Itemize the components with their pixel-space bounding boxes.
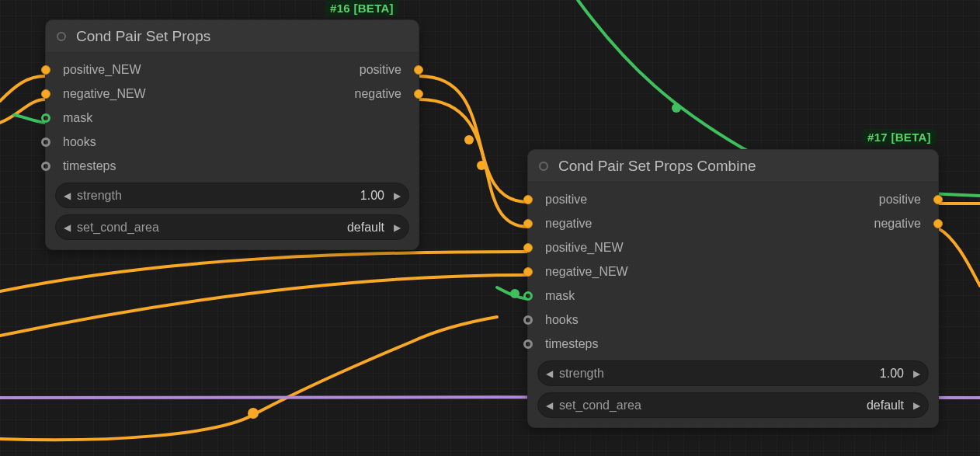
input-label: negative_NEW xyxy=(63,87,146,101)
decrement-arrow-icon[interactable]: ◀ xyxy=(544,368,554,379)
widget-set-cond-area[interactable]: ◀ set_cond_area default ▶ xyxy=(55,214,409,240)
widget-label: strength xyxy=(77,189,122,203)
output-label: positive xyxy=(360,63,401,77)
node-body: positive positive negative negative posi… xyxy=(528,183,938,427)
widget-value[interactable]: 1.00 xyxy=(360,189,384,203)
widget-value[interactable]: default xyxy=(347,221,384,235)
input-label: timesteps xyxy=(63,159,116,173)
input-port-hooks[interactable] xyxy=(523,315,533,325)
input-label: negative_NEW xyxy=(545,265,628,279)
input-port-hooks[interactable] xyxy=(41,137,50,147)
prev-arrow-icon[interactable]: ◀ xyxy=(544,400,554,411)
io-row-timesteps: timesteps xyxy=(46,154,419,178)
node-cond-pair-set-props-combine[interactable]: Cond Pair Set Props Combine positive pos… xyxy=(527,149,939,428)
input-label: positive_NEW xyxy=(545,241,623,255)
input-port-mask[interactable] xyxy=(41,113,50,123)
input-port-timesteps[interactable] xyxy=(523,339,533,349)
widget-set-cond-area[interactable]: ◀ set_cond_area default ▶ xyxy=(537,392,929,418)
next-arrow-icon[interactable]: ▶ xyxy=(912,400,922,411)
node-header[interactable]: Cond Pair Set Props xyxy=(46,20,419,53)
io-row-timesteps: timesteps xyxy=(528,332,938,356)
prev-arrow-icon[interactable]: ◀ xyxy=(62,222,72,233)
widget-label: set_cond_area xyxy=(559,399,641,412)
output-label: positive xyxy=(879,193,921,207)
input-label: hooks xyxy=(545,313,579,327)
widget-value[interactable]: 1.00 xyxy=(880,367,904,381)
output-port-negative[interactable] xyxy=(933,219,943,228)
input-label: positive xyxy=(545,193,587,207)
widget-strength[interactable]: ◀ strength 1.00 ▶ xyxy=(55,183,409,208)
input-port-timesteps[interactable] xyxy=(41,162,50,171)
input-port-negative-new[interactable] xyxy=(523,267,533,277)
output-port-positive[interactable] xyxy=(414,65,423,75)
node-title: Cond Pair Set Props Combine xyxy=(558,158,756,175)
input-label: negative xyxy=(545,217,593,231)
node-header[interactable]: Cond Pair Set Props Combine xyxy=(528,150,938,183)
output-port-negative[interactable] xyxy=(414,89,423,99)
widget-label: strength xyxy=(559,367,604,381)
node-cond-pair-set-props[interactable]: Cond Pair Set Props positive_NEW positiv… xyxy=(45,19,419,250)
input-label: positive_NEW xyxy=(63,63,141,77)
next-arrow-icon[interactable]: ▶ xyxy=(392,222,402,233)
io-row-hooks: hooks xyxy=(528,308,938,332)
input-label: mask xyxy=(63,111,92,125)
io-row-hooks: hooks xyxy=(46,130,419,154)
input-port-positive[interactable] xyxy=(523,195,533,204)
increment-arrow-icon[interactable]: ▶ xyxy=(392,190,402,201)
input-label: mask xyxy=(545,289,575,303)
input-port-negative[interactable] xyxy=(523,219,533,228)
node-title: Cond Pair Set Props xyxy=(76,28,210,45)
io-row-positive: positive positive xyxy=(528,187,938,211)
io-row-positive: positive_NEW positive xyxy=(46,57,419,82)
collapse-toggle-icon[interactable] xyxy=(57,32,66,41)
node-body: positive_NEW positive negative_NEW negat… xyxy=(46,53,419,249)
node-badge-17: #17 [BETA] xyxy=(863,129,936,145)
decrement-arrow-icon[interactable]: ◀ xyxy=(62,190,72,201)
output-label: negative xyxy=(874,217,922,231)
input-label: hooks xyxy=(63,135,96,149)
io-row-positive-new: positive_NEW xyxy=(528,235,938,259)
input-label: timesteps xyxy=(545,337,598,351)
widget-strength[interactable]: ◀ strength 1.00 ▶ xyxy=(537,360,929,386)
input-port-positive-new[interactable] xyxy=(41,65,50,75)
widget-label: set_cond_area xyxy=(77,221,159,235)
io-row-negative: negative_NEW negative xyxy=(46,82,419,106)
collapse-toggle-icon[interactable] xyxy=(539,162,548,171)
input-port-mask[interactable] xyxy=(523,291,533,301)
io-row-negative-new: negative_NEW xyxy=(528,259,938,284)
io-row-mask: mask xyxy=(46,106,419,130)
output-port-positive[interactable] xyxy=(933,195,943,204)
io-row-mask: mask xyxy=(528,284,938,308)
node-badge-16: #16 [BETA] xyxy=(325,0,398,16)
input-port-positive-new[interactable] xyxy=(523,243,533,252)
output-label: negative xyxy=(355,87,402,101)
input-port-negative-new[interactable] xyxy=(41,89,50,99)
increment-arrow-icon[interactable]: ▶ xyxy=(912,368,922,379)
io-row-negative: negative negative xyxy=(528,211,938,235)
widget-value[interactable]: default xyxy=(867,399,904,412)
